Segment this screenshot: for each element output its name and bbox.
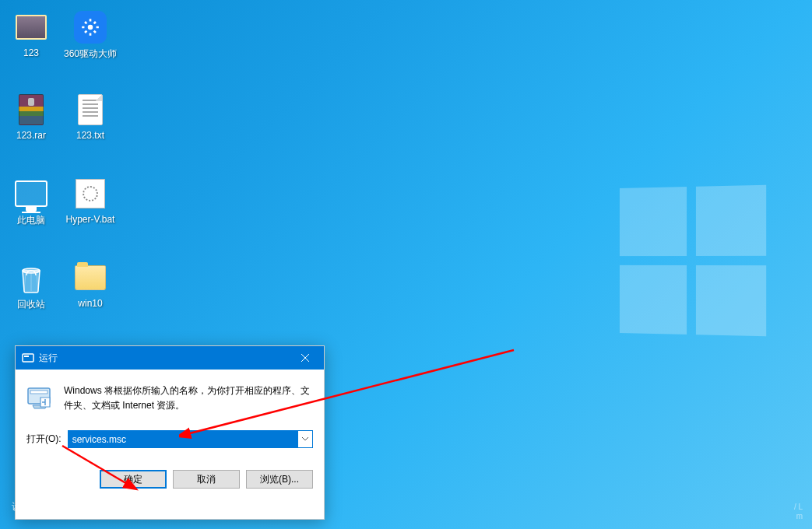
- corner-mark: / Lm: [794, 503, 803, 521]
- svg-rect-3: [24, 356, 29, 357]
- icon-label: Hyper-V.bat: [65, 213, 117, 226]
- icon-label: 123.txt: [75, 129, 106, 142]
- recycle-bin-icon: [16, 261, 46, 294]
- command-input[interactable]: [69, 431, 298, 447]
- ok-button[interactable]: 确定: [100, 470, 167, 489]
- dialog-title: 运行: [39, 352, 287, 365]
- titlebar[interactable]: 运行: [16, 346, 324, 370]
- svg-rect-5: [30, 391, 47, 394]
- icon-label: win10: [76, 297, 104, 310]
- dialog-description: Windows 将根据你所输入的名称，为你打开相应的程序、文件夹、文档或 Int…: [64, 384, 313, 413]
- browse-button[interactable]: 浏览(B)...: [246, 470, 313, 489]
- run-dialog: 运行 Windows 将根据你所输入的名称，为你打开相应的程序、文件夹、文档或 …: [15, 345, 325, 520]
- icon-label: 123: [22, 47, 40, 59]
- svg-point-0: [88, 25, 93, 30]
- close-icon: [301, 354, 309, 362]
- svg-rect-2: [23, 354, 33, 362]
- desktop-icon-123[interactable]: 123: [2, 11, 60, 59]
- command-combobox[interactable]: [68, 430, 313, 448]
- icon-label: 此电脑: [16, 213, 47, 228]
- desktop-icon-123.txt[interactable]: 123.txt: [62, 93, 119, 142]
- dropdown-button[interactable]: [298, 431, 312, 447]
- open-label: 打开(O):: [26, 433, 62, 446]
- desktop-icon-win10[interactable]: win10: [62, 261, 119, 310]
- desktop[interactable]: 123360驱动大师123.rar123.txt此电脑Hyper-V.bat回收…: [0, 0, 812, 529]
- desktop-icon-Hyper-V.bat[interactable]: Hyper-V.bat: [62, 177, 119, 226]
- icon-label: 360驱动大师: [62, 47, 118, 61]
- desktop-icon-回收站[interactable]: 回收站: [2, 261, 60, 312]
- close-button[interactable]: [287, 346, 322, 370]
- chevron-down-icon: [302, 437, 308, 441]
- windows-logo-watermark: [620, 185, 766, 336]
- desktop-icon-360驱动大师[interactable]: 360驱动大师: [62, 11, 119, 61]
- desktop-icon-此电脑[interactable]: 此电脑: [2, 177, 60, 228]
- cancel-button[interactable]: 取消: [173, 470, 240, 489]
- icon-label: 123.rar: [15, 129, 47, 142]
- run-titlebar-icon: [22, 352, 34, 364]
- gear-icon: [80, 17, 100, 37]
- run-dialog-icon: [26, 384, 53, 410]
- icon-label: 回收站: [16, 297, 47, 312]
- desktop-icon-123.rar[interactable]: 123.rar: [2, 93, 60, 142]
